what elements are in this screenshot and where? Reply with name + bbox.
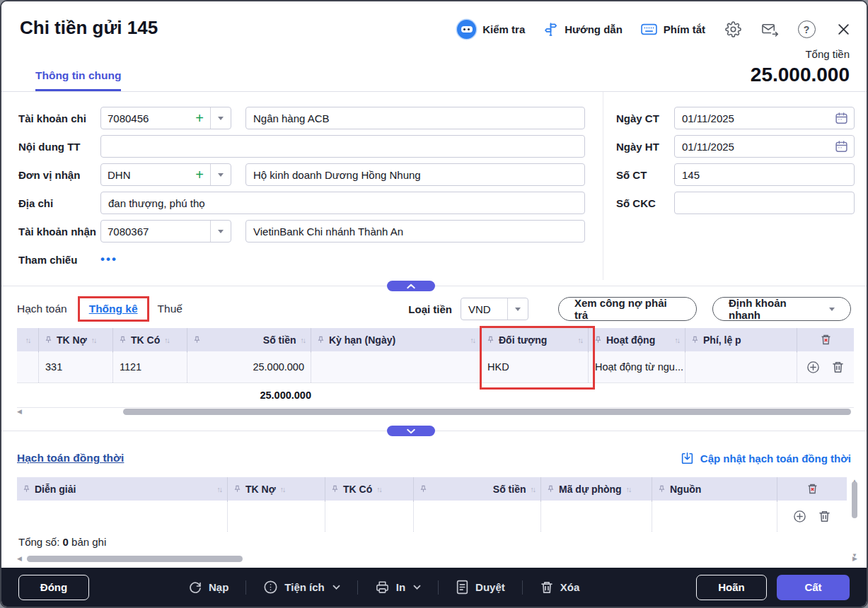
receiver-unit-dropdown-button[interactable]	[210, 164, 231, 185]
pin-icon[interactable]	[331, 485, 339, 493]
pin-icon[interactable]	[419, 485, 427, 493]
print-button[interactable]: In	[375, 580, 421, 595]
pin-icon[interactable]	[487, 336, 494, 344]
account-out-combo[interactable]: 7080456 +	[100, 107, 231, 129]
postpone-button[interactable]: Hoãn	[696, 575, 767, 600]
simultaneous-table-vscrollbar[interactable]: ▲ ▼	[852, 479, 858, 553]
guide-button[interactable]: Hướng dẫn	[543, 22, 623, 37]
delete-row-icon[interactable]	[831, 361, 845, 374]
pin-icon[interactable]	[45, 336, 52, 344]
cell-so-tien[interactable]: 25.000.000	[187, 351, 311, 382]
collapse-form-button[interactable]	[387, 281, 435, 291]
col-ky-han[interactable]: Kỳ hạn (Ngày)↑↓	[311, 328, 481, 351]
col-tk-co[interactable]: TK Có↑↓	[113, 328, 187, 351]
cell-ky-han[interactable]	[311, 351, 481, 382]
col-delete-all[interactable]	[797, 328, 854, 351]
approve-button[interactable]: Duyệt	[456, 580, 505, 595]
simultaneous-table-empty-row[interactable]	[17, 501, 847, 532]
account-out-dropdown-button[interactable]	[210, 107, 231, 129]
receiver-unit-combo[interactable]: DHN +	[100, 163, 231, 186]
settings-button[interactable]	[724, 21, 742, 39]
send-feedback-button[interactable]	[760, 21, 779, 39]
utilities-button[interactable]: Tiện ích	[263, 580, 340, 595]
pin-icon[interactable]	[23, 485, 30, 493]
col-tk-no[interactable]: TK Nợ↑↓	[228, 477, 325, 501]
pin-icon[interactable]	[233, 485, 241, 493]
cell-phi-le-phi[interactable]	[685, 351, 797, 382]
currency-dropdown-button[interactable]	[507, 298, 528, 320]
delete-all-rows-icon[interactable]	[820, 334, 832, 346]
account-in-name-input[interactable]: VietinBank Chi nhánh Thành An	[245, 220, 585, 242]
close-button[interactable]	[834, 21, 852, 39]
pin-icon[interactable]	[193, 336, 201, 344]
calendar-icon[interactable]	[835, 112, 848, 125]
update-simultaneous-link[interactable]: Cập nhật hạch toán đồng thời	[681, 452, 851, 465]
col-phi-le-phi[interactable]: Phí, lệ p	[685, 328, 797, 351]
account-in-combo[interactable]: 7080367	[100, 220, 231, 242]
reload-button[interactable]: Nạp	[188, 580, 228, 595]
scroll-right-arrow[interactable]: ▶	[852, 555, 860, 562]
col-so-tien[interactable]: Số tiền↑↓	[414, 477, 541, 501]
cell-doi-tuong[interactable]: HKD	[481, 351, 589, 382]
pin-icon[interactable]	[119, 336, 127, 344]
scroll-left-arrow[interactable]: ◀	[17, 408, 24, 415]
hscroll-thumb[interactable]	[123, 409, 851, 415]
add-row-icon[interactable]	[793, 510, 806, 523]
delete-button[interactable]: Xóa	[540, 580, 580, 595]
help-button[interactable]: ?	[797, 21, 816, 39]
col-tk-no[interactable]: TK Nợ↑↓	[39, 328, 113, 351]
pin-icon[interactable]	[547, 485, 555, 493]
col-ma-du-phong[interactable]: Mã dự phòng↑↓	[541, 477, 652, 501]
posting-table-row[interactable]: 331 1121 25.000.000 HKD Hoạt động từ ngu…	[17, 351, 854, 383]
expand-detail-button[interactable]	[387, 426, 435, 436]
doc-no-input[interactable]: 145	[674, 163, 855, 186]
col-tk-co[interactable]: TK Có↑↓	[325, 477, 414, 501]
col-dien-giai[interactable]: Diễn giải↑↓	[17, 477, 228, 501]
view-payables-button[interactable]: Xem công nợ phải trả	[558, 297, 697, 321]
simultaneous-table-hscrollbar[interactable]: ◀ ▶	[17, 554, 860, 563]
add-row-icon[interactable]	[806, 361, 820, 374]
col-nguon[interactable]: Nguồn	[652, 477, 777, 501]
receiver-unit-name-input[interactable]: Hộ kinh doanh Dương Hồng Nhung	[245, 163, 585, 186]
close-dialog-button[interactable]: Đóng	[18, 575, 89, 600]
delete-all-rows-icon[interactable]	[806, 483, 818, 495]
col-hoat-dong[interactable]: Hoạt động↑↓	[589, 328, 685, 351]
ckc-no-input[interactable]	[674, 192, 855, 214]
col-delete-all[interactable]	[777, 477, 847, 501]
cell-tk-co[interactable]: 1121	[113, 351, 187, 382]
shortcuts-button[interactable]: Phím tắt	[641, 23, 705, 35]
save-button[interactable]: Cất	[777, 575, 850, 600]
cell-tk-no[interactable]: 331	[39, 351, 113, 382]
address-input[interactable]: đan thượng, phú thọ	[100, 192, 585, 214]
pin-icon[interactable]	[317, 336, 325, 344]
posting-table-hscrollbar[interactable]: ◀	[17, 407, 851, 416]
account-in-dropdown-button[interactable]	[210, 221, 231, 242]
doc-date-input[interactable]: 01/11/2025	[674, 107, 855, 129]
simultaneous-posting-link[interactable]: Hạch toán đồng thời	[17, 452, 124, 464]
pin-icon[interactable]	[691, 336, 699, 344]
post-date-input[interactable]: 01/11/2025	[674, 135, 855, 158]
pin-icon[interactable]	[594, 336, 602, 344]
tab-general-info[interactable]: Thông tin chung	[35, 69, 121, 91]
add-icon[interactable]: +	[195, 111, 204, 125]
reference-more-icon[interactable]: •••	[100, 252, 117, 267]
add-icon[interactable]: +	[195, 168, 204, 182]
payment-content-input[interactable]	[100, 135, 585, 158]
quick-posting-button[interactable]: Định khoản nhanh	[712, 297, 851, 321]
tab-hach-toan[interactable]: Hạch toán	[17, 303, 67, 315]
col-so-tien[interactable]: Số tiền↑↓	[187, 328, 311, 351]
cell-hoat-dong[interactable]: Hoạt động từ ngu...	[589, 351, 685, 382]
calendar-icon[interactable]	[835, 140, 848, 153]
col-doi-tuong[interactable]: Đối tượng↑↓	[481, 328, 589, 351]
hscroll-thumb[interactable]	[27, 556, 243, 562]
tab-thue[interactable]: Thuế	[158, 303, 183, 315]
currency-select[interactable]: VND	[461, 298, 528, 320]
vscroll-thumb[interactable]	[852, 481, 857, 518]
pin-icon[interactable]	[658, 485, 666, 493]
col-row-sort[interactable]: ↑↓	[17, 328, 39, 351]
delete-row-icon[interactable]	[818, 510, 831, 523]
check-button[interactable]: Kiểm tra	[457, 20, 525, 39]
account-out-name-input[interactable]: Ngân hàng ACB	[245, 107, 585, 129]
scroll-left-arrow[interactable]: ◀	[17, 555, 24, 562]
tab-thong-ke[interactable]: Thống kê	[89, 303, 138, 315]
